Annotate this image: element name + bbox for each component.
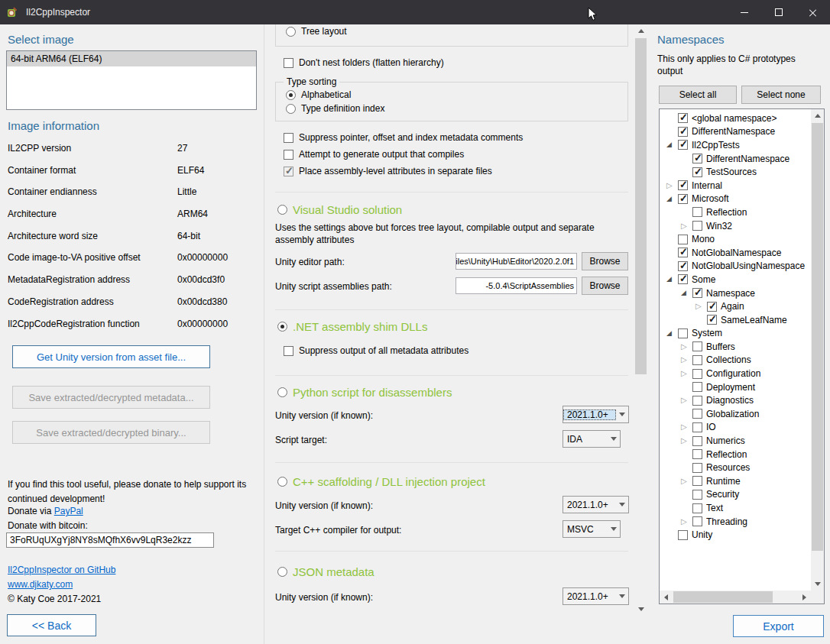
namespace-label[interactable]: Diagnostics [706,395,754,406]
namespace-label[interactable]: Text [706,503,723,513]
expander-icon[interactable]: ◢ [666,330,678,337]
namespace-label[interactable]: Configuration [706,368,760,379]
image-list[interactable]: 64-bit ARM64 (ELF64) [6,50,257,110]
flatten-checkbox-row[interactable]: Don't nest folders (flatten hierarchy) [284,54,444,71]
namespace-tree-item[interactable]: NotGlobalUsingNamespace [660,260,810,273]
namespace-label[interactable]: Il2CppTests [692,140,740,150]
suppress-attrs-checkbox[interactable] [284,346,293,356]
tree-scroll-right-button[interactable] [798,591,811,604]
namespace-tree-item[interactable]: ◢ Namespace [660,286,810,300]
namespace-checkbox[interactable] [707,315,717,325]
namespace-tree-item[interactable]: ◢ Il2CppTests [660,138,810,152]
scroll-up-button[interactable] [634,24,647,37]
tree-vscroll-thumb[interactable] [812,123,823,551]
cpp-compiler-combo[interactable]: MSVC [563,520,621,538]
namespace-tree-item[interactable]: Security [660,488,810,502]
namespace-checkbox[interactable] [678,328,688,338]
namespace-label[interactable]: Microsoft [692,193,729,204]
alphabetical-radio[interactable] [286,90,296,100]
namespace-tree-item[interactable]: Globalization [660,407,810,421]
namespace-checkbox[interactable] [692,503,702,513]
namespace-tree-item[interactable]: ▷ Configuration [660,367,810,380]
scroll-thumb[interactable] [635,38,647,374]
expander-icon[interactable]: ▷ [681,518,692,526]
namespace-checkbox[interactable] [692,449,702,459]
python-unity-version-combo[interactable]: 2021.1.0+ [563,406,629,423]
expander-icon[interactable]: ◢ [681,290,692,296]
namespace-checkbox[interactable] [692,463,702,473]
expander-icon[interactable]: ▷ [681,222,692,230]
shim-dlls-radio-row[interactable]: .NET assembly shim DLLs [277,319,427,334]
namespace-label[interactable]: Threading [706,516,747,527]
unity-editor-path-input[interactable]: Files\Unity\Hub\Editor\2020.2.0f1 [456,253,577,270]
expander-icon[interactable]: ◢ [666,276,678,283]
option-checkbox-row[interactable]: Attempt to generate output that compiles [284,146,523,163]
select-none-button[interactable]: Select none [741,86,821,104]
namespace-checkbox[interactable] [678,235,688,244]
expander-icon[interactable]: ▷ [681,370,692,377]
namespace-label[interactable]: DifferentNamespace [692,126,775,137]
json-metadata-radio-row[interactable]: JSON metadata [277,564,374,579]
namespace-tree-item[interactable]: TestSources [660,165,810,179]
namespace-checkbox[interactable] [692,369,702,379]
namespace-checkbox[interactable] [678,530,688,540]
namespace-checkbox[interactable] [692,355,702,365]
namespace-checkbox[interactable] [678,113,688,123]
github-link[interactable]: Il2CppInspector on GitHub [8,565,115,575]
option-checkbox[interactable] [284,133,293,143]
cpp-unity-version-combo[interactable]: 2021.1.0+ [563,496,629,513]
namespace-checkbox[interactable] [692,490,702,500]
namespace-tree-item[interactable]: ▷ Diagnostics [660,393,810,407]
namespace-checkbox[interactable] [692,409,702,419]
namespace-checkbox[interactable] [692,436,702,446]
namespace-label[interactable]: Namespace [706,288,755,299]
option-checkbox[interactable] [284,167,293,176]
namespace-checkbox[interactable] [692,382,702,392]
python-script-radio-row[interactable]: Python script for disassemblers [277,384,452,400]
namespace-checkbox[interactable] [692,341,702,351]
browse-editor-path-button[interactable]: Browse [582,252,628,270]
namespace-label[interactable]: Mono [692,234,715,244]
namespace-tree-item[interactable]: ◢ Some [660,273,810,286]
namespace-label[interactable]: Runtime [706,476,741,487]
namespace-checkbox[interactable] [692,288,702,298]
namespace-label[interactable]: Collections [706,354,751,365]
namespace-checkbox[interactable] [692,221,702,231]
cpp-project-radio-row[interactable]: C++ scaffolding / DLL injection project [277,474,485,489]
expander-icon[interactable]: ◢ [666,196,678,202]
shim-dlls-radio[interactable] [277,322,287,332]
json-unity-version-combo[interactable]: 2021.1.0+ [563,587,629,605]
namespace-label[interactable]: NotGlobalNamespace [692,248,781,258]
namespace-label[interactable]: System [692,328,722,338]
expander-icon[interactable]: ▷ [681,343,692,351]
tree-vertical-scrollbar[interactable] [811,109,824,591]
namespace-tree-item[interactable]: NotGlobalNamespace [660,246,810,260]
namespace-label[interactable]: Unity [692,529,712,540]
namespace-label[interactable]: NotGlobalUsingNamespace [692,261,805,271]
namespace-checkbox[interactable] [678,248,688,257]
select-all-button[interactable]: Select all [659,86,737,104]
namespace-label[interactable]: <global namespace> [692,113,777,124]
namespace-tree-item[interactable]: <global namespace> [660,112,810,125]
script-target-combo[interactable]: IDA [563,430,621,448]
namespace-label[interactable]: TestSources [706,167,757,177]
option-checkbox[interactable] [284,150,293,160]
namespace-label[interactable]: SameLeafName [721,315,787,325]
namespace-label[interactable]: Internal [692,180,722,191]
tree-layout-radio[interactable] [286,27,296,37]
namespace-tree-item[interactable]: ▷ Runtime [660,474,810,488]
namespace-tree-item[interactable]: DifferentNamespace [660,152,810,166]
namespace-tree-item[interactable]: DifferentNamespace [660,125,810,139]
scroll-down-button[interactable] [634,603,647,616]
namespace-checkbox[interactable] [692,207,702,217]
tree-scroll-up-button[interactable] [811,109,824,122]
expander-icon[interactable]: ▷ [681,437,692,445]
expander-icon[interactable]: ▷ [681,423,692,431]
namespace-checkbox[interactable] [692,154,702,163]
bitcoin-address-input[interactable] [6,532,214,548]
close-button[interactable] [796,0,830,24]
namespace-label[interactable]: Deployment [706,382,755,393]
json-metadata-radio[interactable] [277,567,287,577]
namespace-tree-item[interactable]: ▷ Win32 [660,219,810,233]
namespace-label[interactable]: Some [692,274,715,285]
